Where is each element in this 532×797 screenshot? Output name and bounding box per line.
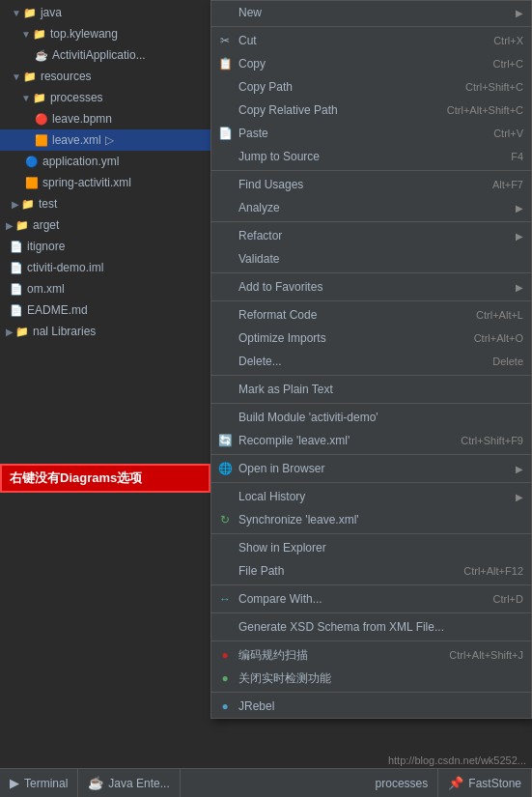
faststone-icon: 📌 <box>448 776 463 790</box>
menu-label: JRebel <box>238 699 523 713</box>
separator <box>211 640 531 641</box>
tree-item-application-yml[interactable]: 🔵 application.yml <box>0 151 210 172</box>
menu-item-reformat[interactable]: Reformat Code Ctrl+Alt+L <box>211 303 531 327</box>
tree-item-gitignore[interactable]: 📄 itignore <box>0 236 210 257</box>
folder-icon: 📁 <box>33 92 46 104</box>
menu-item-close-realtime[interactable]: ● 关闭实时检测功能 <box>211 667 531 690</box>
menu-item-file-path[interactable]: File Path Ctrl+Alt+F12 <box>211 559 531 583</box>
tree-item-activiti-app[interactable]: ☕ ActivitiApplicatio... <box>0 44 210 66</box>
menu-item-gen-xsd[interactable]: Generate XSD Schema from XML File... <box>211 615 531 639</box>
tree-label: leave.bpmn <box>52 112 112 126</box>
tree-item-leave-bpmn[interactable]: 🔴 leave.bpmn <box>0 108 210 129</box>
faststone-label: FastStone <box>468 777 521 790</box>
menu-item-paste[interactable]: 📄 Paste Ctrl+V <box>211 122 531 145</box>
yml-icon: 🔵 <box>25 156 39 168</box>
expand-icon: ▼ <box>21 29 31 40</box>
expand-icon: ▼ <box>12 8 21 18</box>
separator <box>211 482 531 483</box>
menu-item-build-module[interactable]: Build Module 'activiti-demo' <box>211 406 531 429</box>
menu-item-delete[interactable]: Delete... Delete <box>211 350 531 373</box>
menu-item-copy[interactable]: 📋 Copy Ctrl+C <box>211 52 531 75</box>
tree-label: top.kylewang <box>50 27 118 41</box>
menu-item-jump-source[interactable]: Jump to Source F4 <box>211 145 531 168</box>
separator <box>211 454 531 455</box>
file-tree[interactable]: ▼ 📁 java ▼ 📁 top.kylewang ☕ ActivitiAppl… <box>0 0 210 734</box>
arrow-icon: ▶ <box>516 203 523 213</box>
terminal-button[interactable]: ▶ Terminal <box>0 769 78 797</box>
menu-item-recompile[interactable]: 🔄 Recompile 'leave.xml' Ctrl+Shift+F9 <box>211 429 531 452</box>
menu-item-refactor[interactable]: Refactor ▶ <box>211 224 531 247</box>
menu-item-add-favorites[interactable]: Add to Favorites ▶ <box>211 275 531 299</box>
java-ente-button[interactable]: ☕ Java Ente... <box>78 769 180 797</box>
bottom-bar: ▶ Terminal ☕ Java Ente... processes 📌 Fa… <box>0 768 532 797</box>
menu-item-local-history[interactable]: Local History ▶ <box>211 485 531 508</box>
tree-item-spring-activiti[interactable]: 🟧 spring-activiti.xml <box>0 172 210 193</box>
menu-item-show-explorer[interactable]: Show in Explorer <box>211 536 531 559</box>
tree-label: arget <box>33 218 59 232</box>
separator <box>211 533 531 534</box>
expand-icon: ▼ <box>12 71 21 82</box>
tree-label: nal Libraries <box>33 325 96 338</box>
menu-item-compare[interactable]: ↔ Compare With... Ctrl+D <box>211 587 531 611</box>
menu-item-copy-rel-path[interactable]: Copy Relative Path Ctrl+Alt+Shift+C <box>211 99 531 122</box>
processes-button[interactable]: processes <box>366 769 439 797</box>
menu-label: 编码规约扫描 <box>238 647 434 664</box>
close-realtime-icon: ● <box>217 671 233 685</box>
menu-label: Build Module 'activiti-demo' <box>238 411 523 424</box>
shortcut-label: Ctrl+Alt+L <box>476 309 523 321</box>
file-icon: 📄 <box>10 283 23 296</box>
browser-icon: 🌐 <box>217 462 233 475</box>
tree-item-resources[interactable]: ▼ 📁 resources <box>0 66 210 87</box>
menu-item-new[interactable]: New ▶ <box>211 1 531 24</box>
file-icon: 📄 <box>10 262 23 274</box>
paste-icon: 📄 <box>217 127 233 140</box>
menu-item-validate[interactable]: Validate <box>211 247 531 270</box>
menu-item-open-browser[interactable]: 🌐 Open in Browser ▶ <box>211 457 531 480</box>
tree-label: test <box>39 197 57 211</box>
menu-item-copy-path[interactable]: Copy Path Ctrl+Shift+C <box>211 75 531 99</box>
java-icon: ☕ <box>88 776 103 790</box>
menu-label: Jump to Source <box>238 150 495 163</box>
expand-icon: ▶ <box>6 327 14 337</box>
tree-item-iml[interactable]: 📄 ctiviti-demo.iml <box>0 257 210 278</box>
menu-label: Show in Explorer <box>238 541 523 555</box>
menu-item-optimize-imports[interactable]: Optimize Imports Ctrl+Alt+O <box>211 327 531 350</box>
menu-label: Generate XSD Schema from XML File... <box>238 620 523 634</box>
tree-item-java[interactable]: ▼ 📁 java <box>0 2 210 23</box>
menu-label: File Path <box>238 564 448 578</box>
menu-item-jrebel[interactable]: ● JRebel <box>211 695 531 718</box>
cut-icon: ✂ <box>217 34 233 47</box>
separator <box>211 300 531 301</box>
shortcut-label: Ctrl+C <box>493 58 523 70</box>
menu-label: Paste <box>238 127 478 140</box>
menu-label: Analyze <box>238 201 508 214</box>
tree-item-readme[interactable]: 📄 EADME.md <box>0 299 210 321</box>
tree-item-kylewang[interactable]: ▼ 📁 top.kylewang <box>0 23 210 44</box>
menu-label: Compare With... <box>238 592 478 606</box>
xml-icon: 🟧 <box>25 177 39 189</box>
menu-item-mark-plain[interactable]: Mark as Plain Text <box>211 378 531 401</box>
menu-label: Copy Path <box>238 80 450 94</box>
tree-label: processes <box>50 91 103 104</box>
tree-item-processes[interactable]: ▼ 📁 processes <box>0 87 210 108</box>
menu-label: Mark as Plain Text <box>238 383 523 396</box>
tree-item-pom[interactable]: 📄 om.xml <box>0 278 210 299</box>
cursor-indicator: ▷ <box>105 133 114 147</box>
menu-item-analyze[interactable]: Analyze ▶ <box>211 196 531 219</box>
menu-label: Synchronize 'leave.xml' <box>238 513 523 527</box>
tree-item-test[interactable]: ▶ 📁 test <box>0 193 210 214</box>
menu-item-cut[interactable]: ✂ Cut Ctrl+X <box>211 29 531 52</box>
tree-item-target[interactable]: ▶ 📁 arget <box>0 214 210 236</box>
shortcut-label: Ctrl+Alt+O <box>474 332 523 344</box>
menu-item-find-usages[interactable]: Find Usages Alt+F7 <box>211 173 531 196</box>
bpmn-icon: 🔴 <box>35 113 48 126</box>
menu-item-sync[interactable]: ↻ Synchronize 'leave.xml' <box>211 508 531 531</box>
separator <box>211 221 531 222</box>
tree-label: application.yml <box>42 155 119 168</box>
tree-item-ext-libs[interactable]: ▶ 📁 nal Libraries <box>0 321 210 342</box>
menu-item-code-review[interactable]: ● 编码规约扫描 Ctrl+Alt+Shift+J <box>211 643 531 667</box>
separator <box>211 170 531 171</box>
tree-item-leave-xml[interactable]: 🟧 leave.xml ▷ <box>0 129 210 151</box>
faststone-button[interactable]: 📌 FastStone <box>438 769 532 797</box>
folder-icon: 📁 <box>23 7 37 19</box>
